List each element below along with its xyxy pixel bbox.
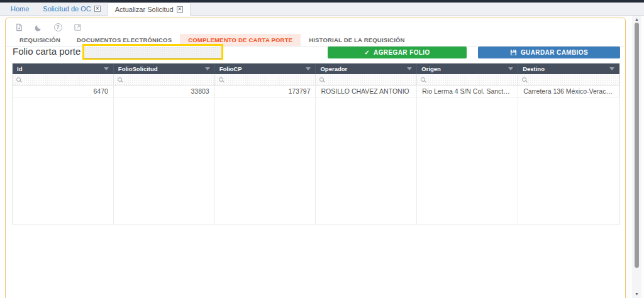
tab-home[interactable]: Home [4, 3, 36, 15]
column-header-label: FolioCP [219, 65, 242, 72]
column-header-label: Operador [320, 65, 347, 72]
scrollbar-thumb[interactable] [635, 23, 639, 268]
grid-data-row[interactable]: 6470 33803 173797 ROSILLO CHAVEZ ANTONIO… [13, 86, 619, 97]
folio-input-highlight [82, 44, 223, 60]
filter-cell-foliosolicitud[interactable] [114, 74, 215, 85]
panel-toolbar: ? [14, 23, 82, 31]
subtab-label: HISTORIAL DE LA REQUISICIÓN [309, 36, 405, 43]
vertical-scrollbar[interactable]: ▲ ▼ [632, 16, 641, 298]
filter-funnel-icon[interactable] [407, 67, 412, 70]
column-header-label: Destino [523, 65, 545, 72]
carta-porte-grid: Id FolioSolicitud FolioCP Operador Orige… [12, 63, 620, 224]
empty-col [417, 97, 518, 224]
subtab-label: COMPLEMENTO DE CARTA PORTE [188, 36, 292, 43]
check-icon: ✓ [364, 49, 370, 56]
cell-text: ROSILLO CHAVEZ ANTONIO [321, 87, 409, 95]
tab-solicitud-label: Solicitud de OC [43, 5, 91, 13]
search-icon [319, 77, 324, 82]
scroll-up-icon[interactable]: ▲ [632, 17, 641, 21]
tab-actualizar-solicitud[interactable]: Actualizar Solicitud ✕ [108, 3, 191, 16]
empty-col [316, 97, 417, 224]
empty-col [518, 97, 619, 224]
search-icon [219, 77, 223, 82]
column-header-label: FolioSolicitud [118, 65, 158, 72]
main-panel: ? REQUISICIÓN DOCUMENTOS ELECTRÓNICOS CO… [5, 18, 626, 298]
filter-funnel-icon[interactable] [508, 67, 513, 70]
column-header-foliocp[interactable]: FolioCP [215, 63, 316, 74]
column-header-foliosolicitud[interactable]: FolioSolicitud [114, 63, 215, 74]
search-icon [522, 77, 526, 82]
close-icon[interactable]: ✕ [177, 6, 183, 13]
filter-cell-destino[interactable] [518, 74, 619, 85]
tab-home-label: Home [11, 5, 29, 13]
guardar-cambios-label: GUARDAR CAMBIOS [521, 49, 588, 56]
app-screen: Home Solicitud de OC ✕ Actualizar Solici… [0, 0, 644, 298]
save-icon [510, 49, 517, 56]
subtab-requisicion[interactable]: REQUISICIÓN [11, 34, 69, 46]
search-icon [421, 77, 425, 82]
filter-funnel-icon[interactable] [609, 67, 614, 70]
filter-cell-operador[interactable] [316, 74, 417, 85]
guardar-cambios-button[interactable]: GUARDAR CAMBIOS [478, 47, 620, 58]
empty-col [114, 97, 215, 224]
file-export-icon[interactable] [14, 23, 23, 31]
filter-cell-origen[interactable] [417, 74, 518, 85]
cell-id[interactable]: 6470 [13, 86, 114, 97]
cell-foliocp[interactable]: 173797 [215, 86, 316, 97]
agregar-folio-button[interactable]: ✓ AGREGAR FOLIO [328, 47, 467, 58]
scroll-down-icon[interactable]: ▼ [632, 292, 641, 296]
column-header-operador[interactable]: Operador [316, 63, 417, 74]
folio-carta-porte-label: Folio carta porte [13, 46, 80, 57]
moon-icon[interactable] [34, 23, 43, 31]
cell-text: Rio Lerma 4 S/N Col. Sanctorum Municipio… [422, 87, 513, 95]
column-header-id[interactable]: Id [13, 63, 114, 74]
help-icon[interactable]: ? [53, 23, 62, 31]
filter-funnel-icon[interactable] [104, 67, 109, 70]
cell-operador[interactable]: ROSILLO CHAVEZ ANTONIO [316, 86, 417, 97]
close-icon[interactable]: ✕ [94, 6, 101, 12]
search-icon [118, 77, 122, 82]
filter-cell-id[interactable] [13, 74, 114, 85]
cell-text: Carretera 136 México-Veracruz S/N Col. S… [523, 87, 614, 95]
folio-carta-porte-input[interactable] [84, 47, 221, 58]
cell-destino[interactable]: Carretera 136 México-Veracruz S/N Col. S… [518, 86, 619, 97]
column-header-label: Id [17, 65, 22, 72]
browser-tab-bar: Home Solicitud de OC ✕ Actualizar Solici… [0, 3, 644, 16]
empty-col [13, 97, 114, 224]
filter-cell-foliocp[interactable] [215, 74, 316, 85]
filter-funnel-icon[interactable] [306, 67, 311, 70]
column-header-destino[interactable]: Destino [518, 63, 619, 74]
grid-filter-row [13, 74, 619, 86]
subtab-label: DOCUMENTOS ELECTRÓNICOS [77, 36, 172, 43]
grid-header-row: Id FolioSolicitud FolioCP Operador Orige… [13, 63, 619, 74]
cell-origen[interactable]: Rio Lerma 4 S/N Col. Sanctorum Municipio… [417, 86, 518, 97]
search-icon [16, 77, 21, 82]
filter-funnel-icon[interactable] [205, 67, 210, 70]
column-header-origen[interactable]: Origen [417, 63, 518, 74]
cell-foliosolicitud[interactable]: 33803 [114, 86, 215, 97]
open-external-icon[interactable] [73, 23, 82, 31]
empty-col [215, 97, 316, 224]
subtab-historial-requisicion[interactable]: HISTORIAL DE LA REQUISICIÓN [301, 34, 413, 46]
tab-actualizar-label: Actualizar Solicitud [115, 6, 174, 13]
grid-empty-area [13, 97, 619, 224]
column-header-label: Origen [421, 65, 441, 72]
tab-solicitud-de-oc[interactable]: Solicitud de OC ✕ [36, 3, 107, 15]
agregar-folio-label: AGREGAR FOLIO [374, 49, 430, 56]
subtab-label: REQUISICIÓN [19, 36, 60, 43]
